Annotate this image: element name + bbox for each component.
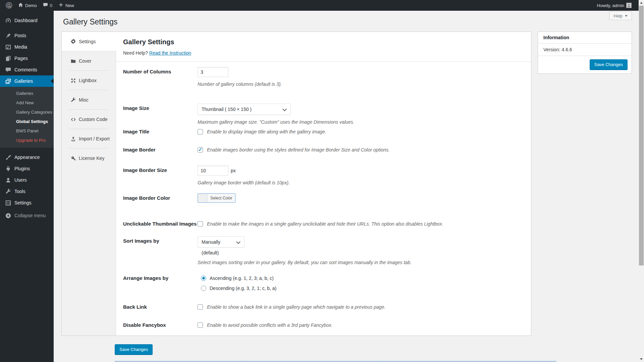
comments-count: 0 (50, 3, 52, 8)
sidebar-item-dashboard[interactable]: Dashboard (0, 15, 54, 26)
site-name-link[interactable]: Demo (15, 0, 40, 11)
settings-tabs: Settings Cover Lightbox Misc Custom Code (62, 32, 116, 336)
field-hint: Enable to show a back link in a single g… (207, 304, 385, 310)
tab-custom-code[interactable]: Custom Code (62, 110, 116, 129)
row-image-title: Image Title Enable to display image titl… (123, 129, 524, 135)
comments-icon (5, 66, 11, 73)
new-content-menu[interactable]: New (55, 0, 77, 11)
submenu-item-bws-panel[interactable]: BWS Panel (0, 126, 54, 136)
field-hint: Maximum gallery image size. "Custom" use… (198, 119, 524, 125)
sidebar-item-galleries[interactable]: Galleries (0, 75, 54, 87)
scrollbar-down-button[interactable] (639, 356, 644, 362)
scrollbar-thumb[interactable] (639, 6, 644, 265)
descending-radio[interactable] (201, 286, 206, 291)
field-label: Disable Fancybox (123, 322, 198, 328)
read-instruction-link[interactable]: Read the Instruction (149, 50, 191, 56)
select-color-button[interactable]: Select Color (198, 193, 235, 203)
field-label: Back Link (123, 304, 198, 310)
color-swatch (198, 194, 207, 202)
collapse-menu-button[interactable]: Collapse menu (0, 210, 54, 221)
number-of-columns-input[interactable] (198, 67, 228, 77)
pages-icon (5, 55, 11, 62)
settings-form: Gallery Settings Need Help? Read the Ins… (116, 32, 531, 336)
submenu-item-upgrade-to-pro[interactable]: Upgrade to Pro (0, 136, 54, 145)
disable-fancybox-checkbox[interactable] (198, 322, 203, 328)
save-changes-button-sidebar[interactable]: Save Changes (590, 59, 628, 70)
image-border-checkbox[interactable] (198, 147, 203, 153)
sidebar-item-tools[interactable]: Tools (0, 186, 54, 197)
image-size-select[interactable]: Thumbnail ( 150 × 150 ) (198, 104, 291, 115)
plugins-icon (5, 165, 11, 172)
gear-icon (70, 39, 76, 45)
version-text: Version: 4.6.6 (538, 44, 632, 56)
field-hint: Number of gallery columns (default is 3)… (198, 81, 524, 87)
sidebar-item-users[interactable]: Users (0, 174, 54, 186)
image-border-size-input[interactable] (198, 166, 228, 176)
menu-separator (0, 148, 54, 152)
radio-label[interactable]: Ascending (e.g. 1, 2, 3; a, b, c) (210, 276, 274, 281)
sidebar-item-posts[interactable]: Posts (0, 30, 54, 41)
field-hint: Enable to display image title along with… (207, 129, 326, 134)
submenu-item-add-new[interactable]: Add New (0, 98, 54, 108)
tab-import-export[interactable]: Import / Export (62, 129, 116, 148)
back-link-checkbox[interactable] (198, 304, 203, 310)
comments-bubble-link[interactable]: 0 (40, 0, 55, 11)
page-scrollbar (639, 0, 644, 362)
field-hint: Gallery image border width (default is 1… (198, 180, 524, 185)
row-image-border-color: Image Border Color Select Color (123, 193, 524, 203)
field-label: Arrange Images by (123, 275, 198, 291)
image-title-checkbox[interactable] (198, 129, 203, 134)
menu-separator (0, 26, 54, 30)
row-sort-images-by: Sort Images by Manually (default) Select… (123, 236, 524, 265)
upload-icon (70, 136, 76, 142)
dashboard-icon (5, 17, 11, 24)
save-changes-button[interactable]: Save Changes (115, 344, 153, 355)
submenu-item-global-settings[interactable]: Global Settings (0, 117, 54, 126)
plus-icon (58, 2, 63, 8)
sidebar-item-pages[interactable]: Pages (0, 53, 54, 64)
row-image-border: Image Border Enable images border using … (123, 147, 524, 153)
submenu-item-gallery-categories[interactable]: Gallery Categories (0, 108, 54, 117)
sidebar-item-appearance[interactable]: Appearance (0, 152, 54, 163)
field-label: Image Border (123, 147, 198, 153)
tab-lightbox[interactable]: Lightbox (62, 71, 116, 90)
information-title: Information (538, 32, 632, 44)
sidebar-item-comments[interactable]: Comments (0, 64, 54, 75)
wordpress-logo-icon: Ⓖ (6, 2, 12, 9)
ascending-radio[interactable] (201, 276, 206, 281)
new-label: New (65, 3, 74, 8)
sort-images-select[interactable]: Manually (default) (198, 236, 245, 248)
arrow-up-icon (640, 2, 643, 4)
wordpress-admin-screen: Ⓖ Demo 0 New Howdy, admin (0, 0, 644, 362)
field-label: Image Size (123, 104, 198, 125)
tab-misc[interactable]: Misc (62, 90, 116, 110)
row-image-border-size: Image Border Size px Gallery image borde… (123, 166, 524, 185)
tab-cover[interactable]: Cover (62, 51, 116, 71)
expand-icon (70, 77, 76, 83)
admin-bar: Ⓖ Demo 0 New Howdy, admin (0, 0, 639, 11)
tab-settings[interactable]: Settings (62, 32, 116, 51)
site-name: Demo (25, 3, 37, 8)
howdy-account-menu[interactable]: Howdy, admin (594, 0, 635, 11)
radio-label[interactable]: Descending (e.g. 3, 2, 1; c, b, a) (210, 286, 276, 291)
avatar (626, 3, 632, 8)
tools-icon (5, 188, 11, 195)
unit-suffix: px (231, 168, 236, 173)
need-help-text: Need Help? (123, 50, 148, 56)
sidebar-item-plugins[interactable]: Plugins (0, 163, 54, 174)
unclickable-thumbnails-checkbox[interactable] (198, 221, 203, 227)
wordpress-logo-menu[interactable]: Ⓖ (3, 0, 15, 11)
help-button[interactable]: Help (609, 11, 632, 20)
sidebar-item-settings[interactable]: Settings (0, 197, 54, 208)
howdy-text: Howdy, admin (597, 3, 624, 8)
field-label: Unclickable Thumbnail Images (123, 221, 198, 227)
scrollbar-up-button[interactable] (639, 0, 644, 6)
submenu-item-galleries[interactable]: Galleries (0, 89, 54, 98)
settings-icon (5, 199, 11, 206)
tab-license-key[interactable]: License Key (62, 148, 116, 168)
field-hint: Enable to avoid possible conflicts with … (207, 322, 332, 328)
users-icon (5, 177, 11, 183)
wrench-icon (70, 97, 76, 103)
menu-separator (0, 11, 54, 15)
sidebar-item-media[interactable]: Media (0, 41, 54, 53)
